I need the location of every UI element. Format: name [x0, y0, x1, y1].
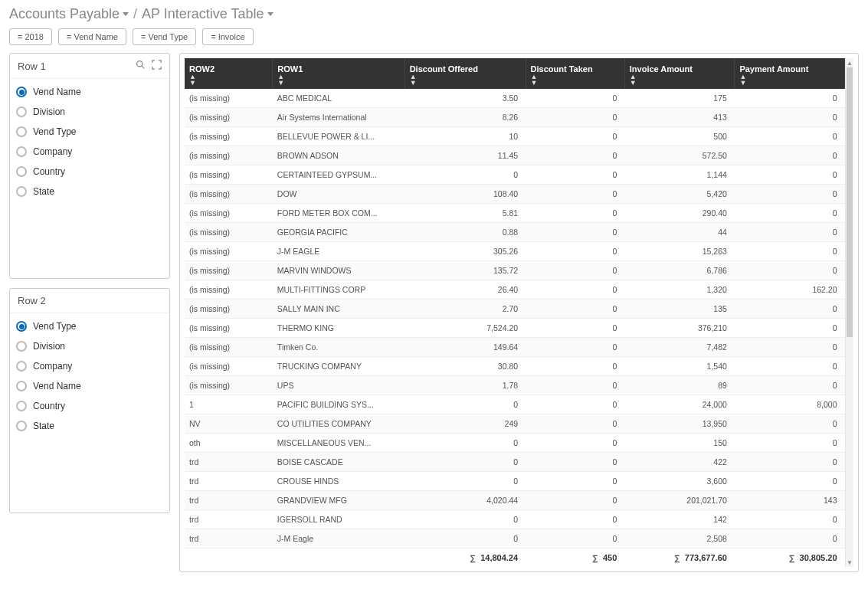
sort-icon[interactable]: ▲▼ — [277, 74, 284, 86]
cell-invoice-amount: 89 — [624, 376, 735, 395]
cell-row2: 1 — [185, 395, 273, 414]
cell-row2: trd — [185, 510, 273, 529]
cell-discount-offered: 135.72 — [405, 261, 526, 280]
column-header[interactable]: Invoice Amount▲▼ — [624, 58, 735, 89]
table-row[interactable]: (is missing)MULTI-FITTINGS CORP26.4001,3… — [185, 280, 845, 300]
vertical-scrollbar[interactable]: ▲ ▼ — [845, 58, 853, 567]
row1_panel-option[interactable]: State — [16, 185, 166, 198]
table-row[interactable]: (is missing)J-M EAGLE305.26015,2630 — [185, 242, 845, 261]
row2_panel-option[interactable]: Vend Type — [16, 319, 166, 333]
row2_panel-option[interactable]: Company — [16, 359, 166, 373]
table-row[interactable]: (is missing)SALLY MAIN INC2.7001350 — [185, 300, 845, 319]
cell-invoice-amount: 500 — [624, 127, 735, 146]
cell-invoice-amount: 44 — [624, 223, 735, 242]
table-row[interactable]: (is missing)MARVIN WINDOWS135.7206,7860 — [185, 261, 845, 280]
scroll-down-icon[interactable]: ▼ — [846, 558, 853, 567]
table-row[interactable]: (is missing)CERTAINTEED GYPSUM...001,144… — [185, 165, 845, 185]
expand-icon[interactable] — [152, 60, 162, 72]
table-row[interactable]: (is missing)BELLEVUE POWER & LI...100500… — [185, 127, 845, 146]
table-row[interactable]: (is missing)TRUCKING COMPANY30.8001,5400 — [185, 357, 845, 376]
sort-icon[interactable]: ▲▼ — [410, 74, 417, 86]
search-icon[interactable] — [136, 60, 146, 72]
scroll-thumb[interactable] — [847, 67, 853, 337]
cell-row1: BOISE CASCADE — [273, 453, 405, 472]
table-row[interactable]: 1PACIFIC BUILDING SYS...0024,0008,000 — [185, 395, 845, 414]
cell-invoice-amount: 6,786 — [624, 261, 735, 280]
filter-chip-vendname[interactable]: = Vend Name — [58, 28, 126, 45]
radio-label: Vend Name — [33, 87, 81, 97]
table-row[interactable]: trdCROUSE HINDS003,6000 — [185, 472, 845, 491]
breadcrumb-parent[interactable]: Accounts Payable — [9, 6, 129, 22]
radio-icon — [16, 421, 27, 431]
table-row[interactable]: (is missing)FORD METER BOX COM...5.81029… — [185, 204, 845, 223]
sort-icon[interactable]: ▲▼ — [739, 74, 746, 86]
svg-point-0 — [137, 61, 142, 67]
column-header[interactable]: Discount Offered▲▼ — [405, 58, 526, 89]
cell-discount-offered: 108.40 — [405, 185, 526, 204]
cell-row1: UPS — [273, 376, 405, 395]
cell-row1: CERTAINTEED GYPSUM... — [273, 165, 405, 185]
cell-discount-offered: 0 — [405, 395, 526, 414]
row2_panel-option[interactable]: State — [16, 419, 166, 433]
cell-discount-offered: 2.70 — [405, 300, 526, 319]
column-header-label: Discount Offered — [410, 64, 478, 74]
row1_panel-option[interactable]: Company — [16, 145, 166, 159]
column-header[interactable]: Payment Amount▲▼ — [735, 58, 845, 89]
table-scroll[interactable]: ROW2▲▼ROW1▲▼Discount Offered▲▼Discount T… — [185, 58, 845, 567]
cell-discount-taken: 0 — [526, 185, 624, 204]
cell-row2: (is missing) — [185, 261, 273, 280]
cell-discount-taken: 0 — [526, 395, 624, 414]
cell-invoice-amount: 135 — [624, 300, 735, 319]
table-row[interactable]: (is missing)DOW108.4005,4200 — [185, 185, 845, 204]
cell-discount-offered: 3.50 — [405, 89, 526, 108]
row2_panel-option[interactable]: Vend Name — [16, 379, 166, 393]
table-row[interactable]: trdGRANDVIEW MFG4,020.440201,021.70143 — [185, 491, 845, 510]
table-row[interactable]: (is missing)Air Systems International8.2… — [185, 108, 845, 127]
table-row[interactable]: (is missing)THERMO KING7,524.200376,2100 — [185, 319, 845, 338]
cell-discount-taken: 0 — [526, 414, 624, 434]
cell-invoice-amount: 376,210 — [624, 319, 735, 338]
row1_panel-option[interactable]: Vend Name — [16, 85, 166, 99]
filter-chip-year[interactable]: = 2018 — [9, 28, 52, 45]
column-header[interactable]: ROW1▲▼ — [273, 58, 405, 89]
cell-discount-offered: 1.78 — [405, 376, 526, 395]
sort-icon[interactable]: ▲▼ — [531, 74, 538, 86]
cell-row2: (is missing) — [185, 338, 273, 357]
row2_panel-option[interactable]: Country — [16, 399, 166, 413]
row1_panel-option[interactable]: Vend Type — [16, 125, 166, 139]
table-row[interactable]: NVCO UTILITIES COMPANY249013,9500 — [185, 414, 845, 434]
table-row[interactable]: trdJ-M Eagle002,5080 — [185, 529, 845, 549]
row1_panel-option[interactable]: Country — [16, 165, 166, 178]
sort-icon[interactable]: ▲▼ — [630, 74, 637, 86]
cell-discount-taken: 0 — [526, 165, 624, 185]
radio-label: Vend Name — [33, 381, 81, 391]
cell-invoice-amount: 7,482 — [624, 338, 735, 357]
table-row[interactable]: (is missing)BROWN ADSON11.450572.500 — [185, 146, 845, 165]
scroll-up-icon[interactable]: ▲ — [846, 58, 853, 67]
row2_panel-option[interactable]: Division — [16, 339, 166, 353]
row1_panel-option[interactable]: Division — [16, 105, 166, 119]
table-row[interactable]: (is missing)Timken Co.149.6407,4820 — [185, 338, 845, 357]
filter-chip-invoice[interactable]: = Invoice — [202, 28, 253, 45]
radio-icon — [16, 361, 27, 372]
table-row[interactable]: trdBOISE CASCADE004220 — [185, 453, 845, 472]
cell-discount-offered: 7,524.20 — [405, 319, 526, 338]
table-row[interactable]: (is missing)UPS1.780890 — [185, 376, 845, 395]
table-row[interactable]: (is missing)ABC MEDICAL3.5001750 — [185, 89, 845, 108]
sort-icon[interactable]: ▲▼ — [189, 74, 196, 86]
column-header[interactable]: ROW2▲▼ — [185, 58, 273, 89]
cell-payment-amount: 0 — [735, 434, 845, 453]
column-header[interactable]: Discount Taken▲▼ — [526, 58, 624, 89]
row1-panel-title: Row 1 — [18, 61, 46, 72]
cell-row1: TRUCKING COMPANY — [273, 357, 405, 376]
cell-row2: (is missing) — [185, 376, 273, 395]
totals-row: ∑14,804.24 ∑450 ∑773,677.60 ∑30,805.20 — [185, 549, 845, 568]
breadcrumb-current[interactable]: AP Interactive Table — [142, 6, 273, 22]
filter-chip-vendtype[interactable]: = Vend Type — [133, 28, 196, 45]
cell-row2: (is missing) — [185, 300, 273, 319]
table-row[interactable]: trdIGERSOLL RAND001420 — [185, 510, 845, 529]
cell-row1: FORD METER BOX COM... — [273, 204, 405, 223]
table-row[interactable]: othMISCELLANEOUS VEN...001500 — [185, 434, 845, 453]
table-row[interactable]: (is missing)GEORGIA PACIFIC0.880440 — [185, 223, 845, 242]
filter-label: = Vend Type — [141, 32, 188, 41]
